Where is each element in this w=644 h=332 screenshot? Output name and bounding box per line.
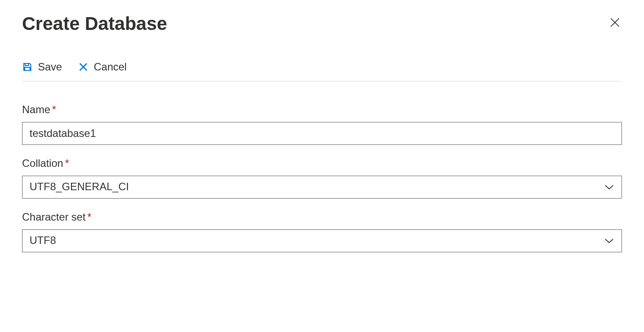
- collation-label: Collation*: [22, 157, 622, 170]
- cancel-button[interactable]: Cancel: [78, 61, 127, 73]
- collation-select-wrapper: UTF8_GENERAL_CI: [22, 176, 622, 199]
- collation-field-group: Collation* UTF8_GENERAL_CI: [22, 157, 622, 199]
- charset-select-wrapper: UTF8: [22, 229, 622, 252]
- name-label: Name*: [22, 103, 622, 116]
- required-indicator: *: [87, 211, 91, 223]
- charset-select[interactable]: UTF8: [22, 229, 622, 252]
- cancel-icon: [78, 62, 89, 72]
- charset-label-text: Character set: [22, 211, 86, 223]
- charset-field-group: Character set* UTF8: [22, 211, 622, 252]
- save-icon: [22, 62, 33, 72]
- close-icon: [609, 16, 621, 32]
- close-button[interactable]: [608, 17, 622, 31]
- name-label-text: Name: [22, 103, 50, 115]
- save-button-label: Save: [38, 61, 62, 73]
- name-input[interactable]: [22, 122, 622, 145]
- panel-header: Create Database: [22, 13, 622, 34]
- toolbar: Save Cancel: [22, 61, 622, 81]
- required-indicator: *: [65, 157, 69, 169]
- required-indicator: *: [52, 103, 56, 115]
- name-field-group: Name*: [22, 103, 622, 145]
- page-title: Create Database: [22, 13, 167, 34]
- collation-select[interactable]: UTF8_GENERAL_CI: [22, 176, 622, 199]
- charset-label: Character set*: [22, 211, 622, 223]
- svg-rect-3: [25, 67, 30, 70]
- svg-rect-2: [25, 63, 29, 66]
- collation-label-text: Collation: [22, 157, 63, 169]
- save-button[interactable]: Save: [22, 61, 62, 73]
- cancel-button-label: Cancel: [94, 61, 127, 73]
